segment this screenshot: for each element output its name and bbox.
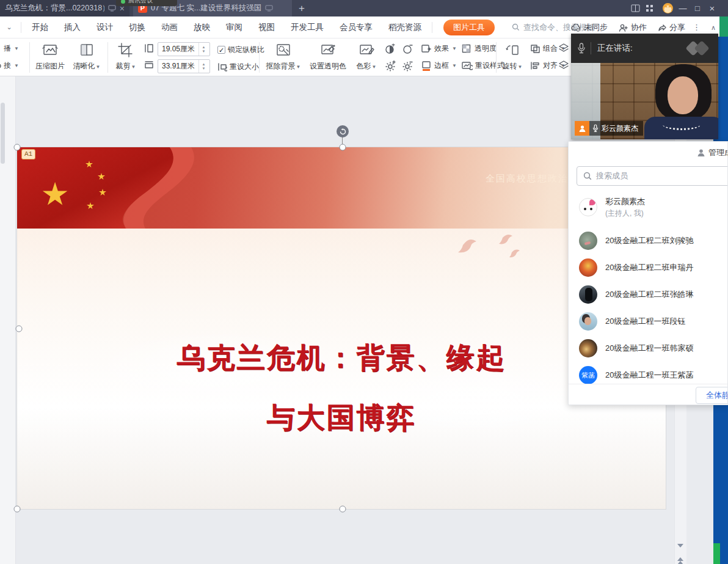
speaking-label: 正在讲话: (597, 43, 633, 54)
ribbon-tab-resources[interactable]: 稻壳资源 (380, 16, 429, 38)
maximize-button[interactable]: □ (690, 4, 705, 13)
contrast-down-icon[interactable] (402, 43, 413, 54)
toolbar-partial-play[interactable]: 播▼ (0, 43, 19, 54)
sync-status-label: 未同步 (584, 22, 608, 33)
close-button[interactable]: × (705, 3, 719, 13)
selection-handle-bottom-left[interactable] (14, 506, 21, 513)
scroll-down-arrow-icon[interactable] (677, 544, 683, 551)
slide-thumbnail-panel-collapsed[interactable] (0, 76, 16, 564)
search-icon (512, 23, 520, 31)
clarify-button[interactable]: 清晰化▼ (70, 41, 104, 71)
send-backward-icon[interactable] (558, 60, 569, 70)
share-label: 分享 (669, 22, 685, 33)
set-transparent-color-label: 设置透明色 (308, 61, 348, 71)
brightness-up-icon[interactable] (385, 60, 396, 71)
meeting-video-window[interactable]: 正在讲话: 彩云颜素杰 (571, 34, 718, 139)
document-tab-active[interactable]: 乌克兰危机：背景...0220318） × (0, 0, 129, 16)
speaker-video-feed[interactable]: 彩云颜素杰 (571, 63, 718, 139)
reset-style-button[interactable]: 重设样式 (462, 60, 504, 71)
ribbon-tab-view[interactable]: 视图 (250, 16, 283, 38)
toolbar-partial-link[interactable]: 接▼ (0, 60, 19, 71)
selection-handle-top-center[interactable] (340, 144, 346, 151)
height-field-icon (144, 43, 154, 53)
member-row[interactable]: 20级金融工程二班申瑞丹 (569, 254, 728, 281)
picture-width-row: ▲▼ (158, 59, 210, 73)
member-row[interactable]: 20级金融工程一班段钰 (569, 308, 728, 335)
ribbon-tab-animation[interactable]: 动画 (153, 16, 186, 38)
member-name: 20级金融工程一班韩家硕 (605, 343, 693, 354)
selection-handle-bottom-center[interactable] (340, 506, 346, 513)
crop-button[interactable]: 裁剪▼ (112, 41, 139, 71)
ribbon-tab-home[interactable]: 开始 (24, 16, 56, 38)
collaborate-label: 协作 (631, 22, 647, 33)
window-titlebar: 乌克兰危机：背景...0220318） × P 07 专题七 实...建设世界科… (0, 0, 728, 16)
cloud-sync-icon (571, 24, 581, 32)
ribbon-tab-slideshow[interactable]: 放映 (186, 16, 218, 38)
member-row[interactable]: 20级金融工程二班张皓琳 (569, 281, 728, 308)
apps-grid-icon[interactable] (646, 4, 660, 12)
width-spinner[interactable]: ▲▼ (198, 60, 208, 73)
color-button[interactable]: 色彩▼ (353, 41, 380, 71)
member-role: (主持人, 我) (605, 208, 645, 219)
comment-tag-a1[interactable]: A1 (21, 149, 35, 159)
rotate-handle[interactable] (337, 125, 349, 137)
thumbnail-scrollbar[interactable] (1, 103, 5, 164)
clarify-icon (70, 41, 104, 59)
picture-width-input[interactable] (158, 62, 198, 71)
member-row[interactable]: 20级金融工程二班刘骏驰 (569, 227, 728, 254)
minimize-button[interactable]: — (675, 4, 690, 13)
ribbon-tab-developer[interactable]: 开发工具 (283, 16, 332, 38)
user-avatar[interactable] (663, 3, 673, 13)
sync-status-button[interactable]: 未同步 (571, 22, 608, 33)
ribbon-tab-review[interactable]: 审阅 (218, 16, 250, 38)
picture-tools-context-tab[interactable]: 图片工具 (443, 20, 495, 35)
reset-size-label: 重设大小 (230, 62, 259, 72)
effects-button[interactable]: 效果▼ (421, 43, 457, 54)
ribbon-tab-transition[interactable]: 切换 (121, 16, 153, 38)
transparency-button[interactable]: 透明度 (462, 43, 497, 54)
ribbon-collapse-icon[interactable]: ⌄ (0, 23, 18, 31)
share-icon (658, 24, 666, 32)
checkbox-checked-icon[interactable]: ✓ (217, 46, 225, 54)
set-transparent-color-button[interactable]: 设置透明色 (308, 41, 348, 71)
china-flag-graphic (17, 147, 298, 229)
compress-picture-button[interactable]: 压缩图片 (34, 41, 66, 71)
width-field-icon (144, 60, 154, 70)
remove-background-icon (264, 41, 303, 59)
border-button[interactable]: 边框▼ (421, 60, 457, 71)
brightness-down-icon[interactable] (402, 60, 413, 71)
app-root: 乌克兰危机：背景...0220318） × P 07 专题七 实...建设世界科… (0, 0, 728, 564)
split-view-icon[interactable] (631, 4, 646, 12)
height-spinner[interactable]: ▲▼ (198, 43, 208, 56)
rotate-button[interactable]: 旋转▼ (500, 41, 525, 71)
ribbon-tab-member[interactable]: 会员专享 (332, 16, 380, 38)
new-tab-button[interactable]: + (295, 2, 308, 15)
member-search-input[interactable]: 搜索成员 (577, 166, 728, 186)
color-label: 色彩▼ (353, 61, 380, 71)
bring-forward-icon[interactable] (558, 43, 569, 53)
transparent-color-icon (308, 41, 348, 59)
member-name: 彩云颜素杰 (605, 196, 645, 207)
lock-aspect-checkbox-row[interactable]: ✓ 锁定纵横比 (217, 45, 264, 55)
manage-members-button[interactable]: 管理成员 (697, 147, 728, 158)
ribbon-tab-insert[interactable]: 插入 (56, 16, 89, 38)
selection-handle-middle-left[interactable] (16, 326, 23, 332)
contrast-up-icon[interactable] (385, 43, 396, 54)
rotate-icon (500, 41, 525, 59)
collaborate-button[interactable]: 协作 (619, 22, 647, 33)
monitor-icon (108, 5, 116, 12)
member-avatar (579, 312, 597, 331)
share-button[interactable]: 分享 (658, 22, 685, 33)
mute-all-button[interactable]: 全体静音 (696, 387, 728, 404)
next-slide-arrow-icon[interactable] (677, 558, 683, 564)
group-label: 组合 (543, 43, 558, 54)
document-tab-title: 乌克兰危机：背景...0220318） (5, 3, 104, 13)
ribbon-tab-design[interactable]: 设计 (89, 16, 121, 38)
member-row-host[interactable]: 彩云颜素杰 (主持人, 我) (569, 192, 728, 222)
remove-background-button[interactable]: 抠除背景▼ (264, 41, 303, 71)
meeting-app-name: 腾讯会议 (128, 0, 153, 5)
reset-size-button[interactable]: 重设大小 (217, 62, 259, 72)
member-row[interactable]: 20级金融工程一班韩家硕 (569, 335, 728, 362)
selection-handle-top-left[interactable] (14, 144, 21, 151)
picture-height-input[interactable] (158, 45, 198, 54)
